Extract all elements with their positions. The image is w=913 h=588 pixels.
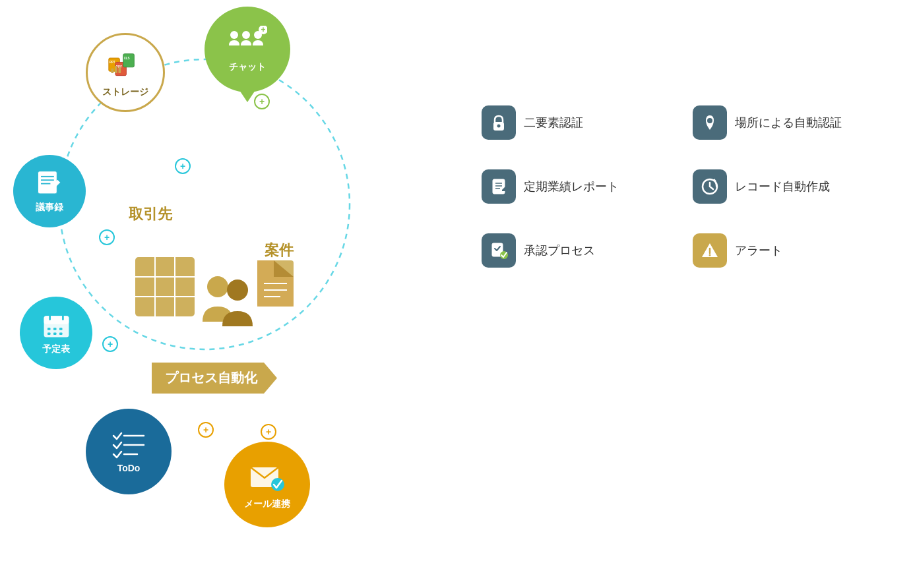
svg-point-40 — [207, 276, 228, 297]
lock-icon-box — [482, 105, 516, 140]
svg-point-47 — [497, 125, 501, 128]
svg-text:XLS: XLS — [123, 56, 129, 59]
process-banner: プロセス自動化 — [152, 363, 277, 394]
plus-connector-mail: + — [261, 424, 276, 440]
svg-rect-9 — [118, 67, 121, 73]
approval-icon-box — [482, 233, 516, 268]
svg-rect-49 — [493, 179, 505, 194]
svg-rect-24 — [47, 328, 51, 330]
feature-item-location: 場所による自動認証 — [693, 105, 877, 140]
mail-circle: メール連携 — [224, 442, 310, 527]
svg-rect-21 — [44, 316, 69, 324]
report-icon — [489, 177, 508, 196]
svg-rect-5 — [123, 53, 134, 67]
svg-rect-28 — [53, 332, 57, 335]
center-group: 取引先 案件 — [129, 204, 300, 336]
svg-rect-15 — [38, 171, 57, 193]
svg-text:+: + — [261, 26, 265, 34]
process-banner-text: プロセス自動化 — [165, 370, 257, 385]
record-feature-label: レコード自動作成 — [735, 179, 830, 194]
svg-point-57 — [709, 254, 711, 256]
approval-feature-label: 承認プロセス — [524, 243, 595, 258]
location-feature-label: 場所による自動認証 — [735, 115, 842, 131]
chat-icon: + — [228, 26, 267, 59]
features-panel: 二要素認証 場所による自動認証 定 — [482, 105, 904, 297]
todo-icon — [111, 430, 147, 460]
feature-item-record: レコード自動作成 — [693, 169, 877, 204]
center-illustration — [129, 224, 300, 346]
feature-item-report: 定期業績レポート — [482, 169, 666, 204]
feature-item-lock: 二要素認証 — [482, 105, 666, 140]
lock-icon — [489, 113, 508, 132]
todo-label: ToDo — [117, 463, 141, 473]
svg-rect-29 — [59, 332, 63, 335]
report-icon-box — [482, 169, 516, 204]
svg-point-48 — [707, 118, 712, 123]
record-icon — [701, 177, 719, 196]
location-icon-box — [693, 105, 727, 140]
mail-icon — [247, 459, 287, 496]
alert-icon-box — [693, 233, 727, 268]
minutes-icon — [35, 169, 65, 199]
alert-feature-label: アラート — [735, 243, 782, 258]
approval-icon — [489, 241, 508, 260]
record-icon-box — [693, 169, 727, 204]
svg-rect-35 — [135, 257, 195, 316]
schedule-label: 予定表 — [42, 343, 70, 355]
todo-circle: ToDo — [86, 409, 172, 494]
svg-point-10 — [230, 31, 238, 39]
mail-label: メール連携 — [244, 498, 290, 510]
plus-connector-todo: + — [198, 422, 214, 438]
svg-rect-27 — [47, 332, 51, 335]
svg-point-11 — [242, 31, 250, 39]
storage-icon: PPT PDF XLS — [108, 47, 144, 84]
feature-item-alert: アラート — [693, 233, 877, 268]
schedule-icon — [42, 311, 71, 341]
location-icon — [701, 113, 719, 132]
feature-row-2: 定期業績レポート レコード自動作成 — [482, 169, 904, 204]
svg-point-41 — [227, 279, 248, 301]
feature-item-approval: 承認プロセス — [482, 233, 666, 268]
report-feature-label: 定期業績レポート — [524, 179, 619, 194]
lock-feature-label: 二要素認証 — [524, 115, 583, 131]
svg-rect-25 — [53, 328, 57, 330]
schedule-circle: 予定表 — [20, 297, 92, 369]
minutes-circle: 議事録 — [13, 155, 86, 227]
storage-label: ストレージ — [102, 86, 148, 98]
plus-connector-schedule: + — [102, 336, 118, 352]
chat-circle: + チャット — [205, 7, 290, 92]
torihikisaki-label: 取引先 — [129, 204, 172, 224]
diagram-area: PPT PDF XLS ストレージ + チャット — [0, 0, 462, 588]
plus-connector-storage: + — [175, 158, 191, 174]
plus-connector-minutes: + — [99, 229, 115, 245]
svg-rect-7 — [111, 68, 113, 73]
svg-rect-26 — [59, 328, 63, 330]
svg-rect-8 — [115, 65, 117, 73]
feature-row-3: 承認プロセス アラート — [482, 233, 904, 268]
minutes-label: 議事録 — [36, 202, 63, 214]
plus-connector-chat: + — [254, 94, 270, 109]
alert-icon — [701, 241, 719, 260]
chat-label: チャット — [229, 61, 266, 73]
storage-circle: PPT PDF XLS ストレージ — [86, 33, 165, 112]
feature-row-1: 二要素認証 場所による自動認証 — [482, 105, 904, 140]
svg-text:PPT: PPT — [109, 61, 115, 64]
